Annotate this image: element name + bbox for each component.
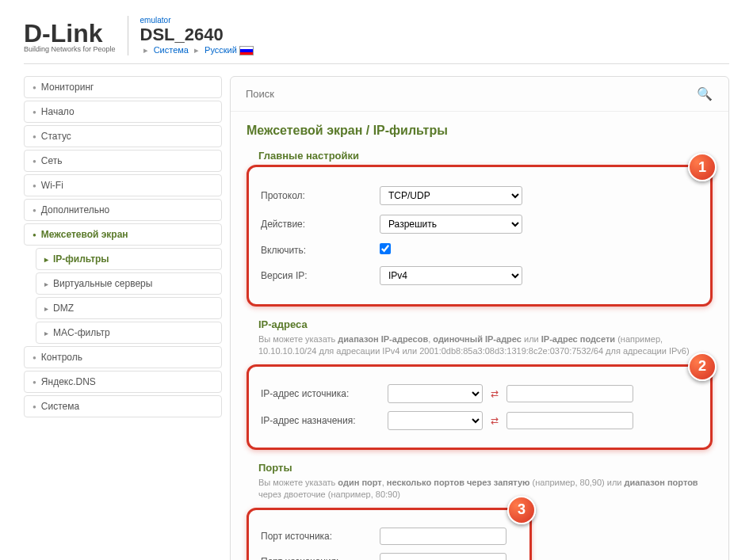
divider [128, 16, 128, 55]
enable-checkbox[interactable] [380, 243, 391, 254]
bullet-icon: ● [32, 207, 36, 214]
bullet-icon: ● [32, 231, 36, 238]
section-ports-desc: Вы можете указать один порт, несколько п… [258, 477, 701, 501]
model-name: DSL_2640 [140, 25, 254, 45]
port-dst-label: Порт назначения: [261, 556, 380, 560]
chevron-right-icon: ▸ [44, 255, 48, 264]
search-icon[interactable]: 🔍 [697, 86, 713, 101]
sidebar-item-monitoring[interactable]: ●Мониторинг [24, 76, 222, 98]
sidebar-item-control[interactable]: ●Контроль [24, 346, 222, 368]
action-select[interactable]: Разрешить [380, 215, 522, 234]
enable-label: Включить: [261, 245, 380, 256]
section-main-title: Главные настройки [258, 150, 713, 162]
flag-ru-icon[interactable] [239, 46, 254, 55]
sidebar-item-label: Мониторинг [41, 82, 94, 93]
sidebar-item-label: Начало [41, 106, 75, 117]
bullet-icon: ● [32, 354, 36, 361]
main-settings-box: 1 Протокол: TCP/UDP Действие: Разрешить … [247, 165, 713, 307]
callout-2: 2 [688, 352, 717, 381]
sidebar-item-label: Сеть [41, 155, 63, 166]
search-bar: 🔍 [231, 77, 728, 112]
section-ports-title: Порты [258, 462, 713, 474]
sidebar-item-network[interactable]: ●Сеть [24, 150, 222, 172]
search-input[interactable] [243, 85, 717, 103]
sidebar-item-label: Яндекс.DNS [41, 376, 96, 387]
sidebar-item-mac-filter[interactable]: ▸MAC-фильтр [36, 322, 222, 344]
ip-src-input[interactable] [506, 385, 633, 402]
chevron-right-icon: ▸ [143, 45, 148, 55]
ipver-select[interactable]: IPv4 [380, 266, 522, 285]
sidebar-item-label: DMZ [53, 303, 74, 314]
ip-src-select[interactable] [388, 384, 483, 403]
sidebar-item-label: Дополнительно [41, 204, 109, 215]
sidebar-item-ip-filters[interactable]: ▸IP-фильтры [36, 248, 222, 270]
protocol-select[interactable]: TCP/UDP [380, 186, 522, 205]
sidebar-item-label: Виртуальные серверы [53, 278, 152, 289]
bullet-icon: ● [32, 403, 36, 410]
sidebar-item-start[interactable]: ●Начало [24, 101, 222, 123]
main-panel: 🔍 Межсетевой экран / IP-фильтры Главные … [230, 76, 729, 560]
ports-box: 3 Порт источника: Порт назначения: [247, 508, 532, 560]
header-info: emulator DSL_2640 ▸ Система ▸ Русский [140, 16, 254, 55]
sidebar-item-label: Контроль [41, 352, 82, 363]
chevron-right-icon: ▸ [194, 45, 199, 55]
bullet-icon: ● [32, 379, 36, 386]
brand: D-Link [24, 19, 116, 48]
sidebar-item-label: IP-фильтры [53, 253, 109, 265]
port-src-input[interactable] [380, 528, 506, 545]
bullet-icon: ● [32, 84, 36, 91]
action-label: Действие: [261, 219, 380, 230]
range-icon: ⇄ [491, 388, 499, 399]
bullet-icon: ● [32, 182, 36, 189]
sidebar-item-firewall[interactable]: ●Межсетевой экран [24, 223, 222, 246]
section-ip-desc: Вы можете указать диапазон IP-адресов, о… [258, 333, 701, 358]
sidebar-item-advanced[interactable]: ●Дополнительно [24, 199, 222, 221]
sidebar-item-wifi[interactable]: ●Wi-Fi [24, 174, 222, 196]
section-ip-title: IP-адреса [258, 318, 713, 330]
ip-src-label: IP-адрес источника: [261, 388, 380, 399]
ip-addresses-box: 2 IP-адрес источника: ⇄ IP-адрес назначе… [247, 364, 713, 450]
sidebar-item-dmz[interactable]: ▸DMZ [36, 297, 222, 319]
bullet-icon: ● [32, 109, 36, 116]
sidebar-item-label: Система [41, 401, 79, 412]
breadcrumb: ▸ Система ▸ Русский [140, 45, 254, 55]
sidebar-item-label: Межсетевой экран [41, 229, 128, 240]
callout-3: 3 [507, 496, 536, 524]
logo: D-Link Building Networks for People [24, 19, 116, 53]
sidebar-item-label: Wi-Fi [41, 180, 63, 191]
breadcrumb-system[interactable]: Система [154, 45, 189, 55]
protocol-label: Протокол: [261, 190, 380, 201]
sidebar: ●Мониторинг ●Начало ●Статус ●Сеть ●Wi-Fi… [24, 76, 222, 560]
emulator-label: emulator [140, 16, 254, 25]
ip-dst-label: IP-адрес назначения: [261, 415, 380, 426]
sidebar-item-system[interactable]: ●Система [24, 395, 222, 417]
range-icon: ⇄ [491, 415, 499, 426]
ip-dst-select[interactable] [388, 411, 483, 430]
sidebar-item-status[interactable]: ●Статус [24, 125, 222, 147]
header: D-Link Building Networks for People emul… [24, 16, 729, 64]
sidebar-item-label: MAC-фильтр [53, 327, 110, 338]
sidebar-item-virtual-servers[interactable]: ▸Виртуальные серверы [36, 272, 222, 295]
page-title: Межсетевой экран / IP-фильтры [247, 124, 713, 138]
chevron-right-icon: ▸ [44, 280, 48, 288]
port-src-label: Порт источника: [261, 531, 380, 542]
chevron-right-icon: ▸ [44, 304, 48, 313]
ip-dst-input[interactable] [506, 412, 633, 429]
callout-1: 1 [688, 153, 717, 181]
bullet-icon: ● [32, 133, 36, 140]
breadcrumb-lang[interactable]: Русский [204, 45, 237, 55]
port-dst-input[interactable] [380, 553, 506, 560]
bullet-icon: ● [32, 158, 36, 165]
sidebar-item-yandex-dns[interactable]: ●Яндекс.DNS [24, 371, 222, 393]
sidebar-item-label: Статус [41, 131, 71, 142]
chevron-right-icon: ▸ [44, 329, 48, 337]
ipver-label: Версия IP: [261, 270, 380, 281]
